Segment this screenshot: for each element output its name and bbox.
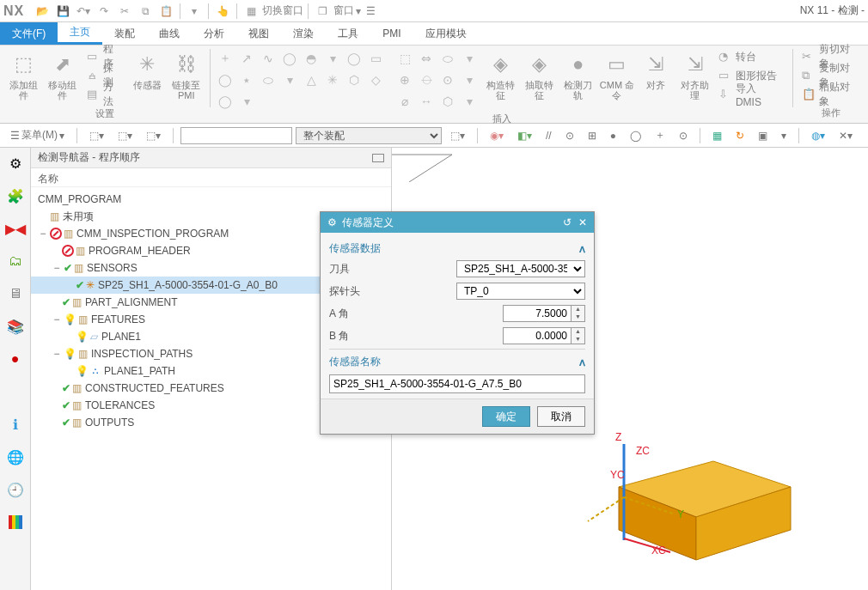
sensor-name-input[interactable]	[329, 374, 585, 393]
touch-icon[interactable]: 👆	[213, 2, 232, 21]
reset-icon[interactable]: ↺	[563, 216, 572, 228]
tool-icon[interactable]: ▦	[707, 126, 727, 145]
tool-select[interactable]: SP25_SH1_A-5000-35	[456, 260, 585, 277]
ok-button[interactable]: 确定	[482, 406, 530, 427]
resource-bar: ⚙ 🧩 ▶◀ 🗂 🖥 📚 ● ℹ 🌐 🕘	[0, 148, 31, 590]
books-icon[interactable]: 📚	[5, 316, 26, 337]
shape-gallery[interactable]: ＋↗∿◯◓▾ ◯▭◯٭⬭▾ △✳⬡◇◯▾	[216, 47, 394, 111]
ribbon-tabs: 文件(F) 主页 装配 曲线 分析 视图 渲染 工具 PMI 应用模块	[0, 22, 868, 45]
probe-select[interactable]: TP_0	[456, 283, 585, 300]
a-angle-stepper[interactable]: ▲▼	[572, 305, 585, 322]
machine-icon[interactable]: 🖥	[5, 283, 26, 304]
undo-icon[interactable]: ↶▾	[74, 2, 93, 21]
sel-icon[interactable]: ⬚▾	[113, 126, 138, 145]
tool-label: 刀具	[329, 262, 350, 277]
redo-icon[interactable]: ↷	[95, 2, 113, 21]
info-icon[interactable]: ℹ	[5, 414, 26, 435]
app-logo: NX	[3, 3, 24, 19]
assembly-select[interactable]: 整个装配	[296, 127, 442, 144]
column-header[interactable]: 名称	[31, 168, 391, 187]
switch-window-label[interactable]: 切换窗口	[262, 3, 303, 18]
tab-view[interactable]: 视图	[236, 22, 281, 45]
svg-text:Y: Y	[677, 508, 684, 520]
axis-icon[interactable]: ▶◀	[5, 218, 26, 239]
align-button[interactable]: ⇲对齐	[638, 47, 675, 106]
cut-icon[interactable]: ✂	[115, 2, 134, 21]
history-icon[interactable]: 🕘	[5, 479, 26, 500]
open-icon[interactable]: 📂	[33, 2, 52, 21]
tab-pmi[interactable]: PMI	[370, 22, 413, 45]
layers-icon[interactable]: 🗂	[5, 251, 26, 271]
copy-icon[interactable]: ⧉	[136, 2, 155, 21]
section-sensor-data[interactable]: 传感器数据ʌ	[329, 238, 585, 258]
tool-icon[interactable]: ⊞	[583, 126, 602, 145]
check-toolpath-button[interactable]: ●检测刀轨	[559, 47, 596, 106]
navigator-title: 检测导航器 - 程序顺序	[38, 150, 140, 165]
tool-icon[interactable]: ◉▾	[485, 126, 509, 145]
a-angle-input[interactable]	[503, 305, 572, 322]
filter-input[interactable]	[180, 127, 292, 144]
menu-button[interactable]: ☰ 菜单(M) ▾	[5, 126, 70, 145]
tab-render[interactable]: 渲染	[281, 22, 326, 45]
world-icon[interactable]: 🌐	[5, 447, 26, 467]
section-sensor-name[interactable]: 传感器名称ʌ	[329, 351, 585, 371]
tab-curve[interactable]: 曲线	[147, 22, 192, 45]
svg-rect-0	[9, 515, 12, 529]
window-icon[interactable]: ❐	[313, 2, 332, 21]
dialog-titlebar[interactable]: ⚙ 传感器定义 ↺ ✕	[321, 212, 594, 233]
tool-icon[interactable]: ▾	[776, 126, 792, 145]
window-label[interactable]: 窗口	[333, 3, 354, 18]
ribbon-group-settings: ⬚添加组件 ⬈移动组件 ▭程序 🜁探测 ▤方法 ✳传感器 ⛓链接至 PMI 设置	[0, 46, 210, 123]
dialog-title: 传感器定义	[342, 216, 394, 230]
b-angle-stepper[interactable]: ▲▼	[572, 327, 585, 344]
paste-object-button[interactable]: 📋粘贴对象	[798, 85, 863, 104]
b-angle-input[interactable]	[503, 327, 572, 344]
tab-tool[interactable]: 工具	[326, 22, 370, 45]
paste-icon[interactable]: 📋	[156, 2, 175, 21]
folder-icon[interactable]: 🧩	[5, 186, 26, 206]
tol-gallery[interactable]: ⬚⇔⬭▾ ⊕⦵⊙▾ ⌀↔⬡▾	[395, 47, 480, 111]
cmm-cmd-button[interactable]: ▭CMM 命令	[598, 47, 635, 106]
sel-icon[interactable]: ⬚▾	[141, 126, 166, 145]
quick-access-toolbar: 📂 💾 ↶▾ ↷ ✂ ⧉ 📋 ▾ 👆 ▦ 切换窗口 ❐ 窗口 ▾ ☰	[33, 2, 376, 21]
sensor-button[interactable]: ✳传感器	[129, 47, 166, 106]
tab-home[interactable]: 主页	[58, 22, 102, 45]
tool-icon[interactable]: ⬚▾	[445, 126, 470, 145]
tool-icon[interactable]: //	[541, 126, 557, 145]
close-icon[interactable]: ✕	[578, 216, 587, 228]
extract-feature-button[interactable]: ◈抽取特征	[521, 47, 558, 106]
build-feature-button[interactable]: ◈构造特征	[481, 47, 518, 106]
turntable-button[interactable]: ◔转台	[715, 47, 787, 66]
method-button[interactable]: ▤方法	[83, 85, 127, 104]
tool-icon[interactable]: ●	[605, 126, 621, 145]
tool-icon[interactable]: ✕▾	[834, 126, 858, 145]
tab-analysis[interactable]: 分析	[192, 22, 236, 45]
tool-icon[interactable]: ◍▾	[806, 126, 830, 145]
tool-icon[interactable]: ◯	[625, 126, 646, 145]
tool-icon[interactable]: ◧▾	[512, 126, 537, 145]
move-component-button[interactable]: ⬈移动组件	[44, 47, 81, 106]
tab-file[interactable]: 文件(F)	[0, 22, 58, 45]
sel-icon[interactable]: ⬚▾	[84, 126, 109, 145]
switch-window-icon[interactable]: ▦	[241, 2, 260, 21]
tool-icon[interactable]: ＋	[650, 126, 670, 145]
help-icon[interactable]: ▾	[185, 2, 204, 21]
gear-icon[interactable]: ⚙	[5, 153, 26, 173]
tree-root[interactable]: CMM_PROGRAM	[31, 191, 391, 208]
pin-icon[interactable]	[372, 154, 384, 162]
selection-bar: ☰ 菜单(M) ▾ ⬚▾ ⬚▾ ⬚▾ 整个装配 ⬚▾ ◉▾ ◧▾ // ⊙ ⊞ …	[0, 124, 868, 148]
tab-app[interactable]: 应用模块	[413, 22, 479, 45]
tool-icon[interactable]: ↻	[730, 126, 749, 145]
tool-icon[interactable]: ⊙	[674, 126, 693, 145]
palette-icon[interactable]	[5, 512, 26, 532]
save-icon[interactable]: 💾	[53, 2, 72, 21]
align-helper-button[interactable]: ⇲对齐助理	[676, 47, 713, 106]
add-component-button[interactable]: ⬚添加组件	[5, 47, 42, 106]
cancel-button[interactable]: 取消	[537, 406, 585, 427]
probe-icon[interactable]: ●	[5, 349, 26, 369]
probe-label: 探针头	[329, 284, 360, 299]
tool-icon[interactable]: ▣	[753, 126, 773, 145]
link-pmi-button[interactable]: ⛓链接至 PMI	[168, 47, 205, 106]
tool-icon[interactable]: ⊙	[560, 126, 579, 145]
import-dmis-button[interactable]: ⇩导入 DMIS	[715, 85, 787, 104]
